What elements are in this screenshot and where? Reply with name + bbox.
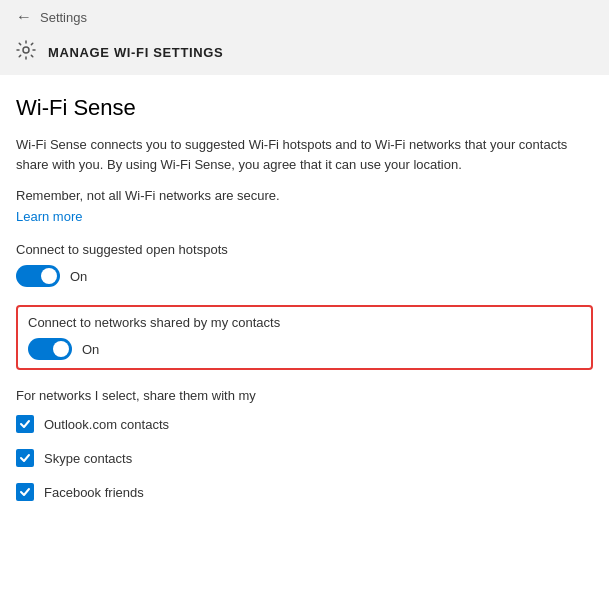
gear-icon <box>16 40 36 65</box>
checkbox-label-outlook: Outlook.com contacts <box>44 417 169 432</box>
toggle1-label: Connect to suggested open hotspots <box>16 242 593 257</box>
toggle1-row: On <box>16 265 593 287</box>
toggle2-label: Connect to networks shared by my contact… <box>28 315 581 330</box>
content-area: Wi-Fi Sense Wi-Fi Sense connects you to … <box>0 75 609 609</box>
checkbox-outlook[interactable] <box>16 415 34 433</box>
header-title: Settings <box>40 10 87 25</box>
description-text: Wi-Fi Sense connects you to suggested Wi… <box>16 135 593 174</box>
remember-text: Remember, not all Wi-Fi networks are sec… <box>16 188 593 203</box>
share-section-label: For networks I select, share them with m… <box>16 388 593 403</box>
checkbox-skype[interactable] <box>16 449 34 467</box>
checkbox-label-facebook: Facebook friends <box>44 485 144 500</box>
manage-wifi-section: MANAGE WI-FI SETTINGS <box>0 34 609 75</box>
checkbox-row-outlook: Outlook.com contacts <box>16 415 593 433</box>
toggle2-state: On <box>82 342 99 357</box>
toggle1-state: On <box>70 269 87 284</box>
page-heading: Wi-Fi Sense <box>16 95 593 121</box>
highlighted-section: Connect to networks shared by my contact… <box>16 305 593 370</box>
checkbox-row-facebook: Facebook friends <box>16 483 593 501</box>
checkbox-label-skype: Skype contacts <box>44 451 132 466</box>
toggle2-row: On <box>28 338 581 360</box>
learn-more-link[interactable]: Learn more <box>16 209 593 224</box>
toggle1[interactable] <box>16 265 60 287</box>
header-bar: ← Settings <box>0 0 609 34</box>
checkbox-facebook[interactable] <box>16 483 34 501</box>
manage-wifi-title: MANAGE WI-FI SETTINGS <box>48 45 223 60</box>
back-button[interactable]: ← <box>16 8 32 26</box>
checkbox-row-skype: Skype contacts <box>16 449 593 467</box>
toggle2[interactable] <box>28 338 72 360</box>
